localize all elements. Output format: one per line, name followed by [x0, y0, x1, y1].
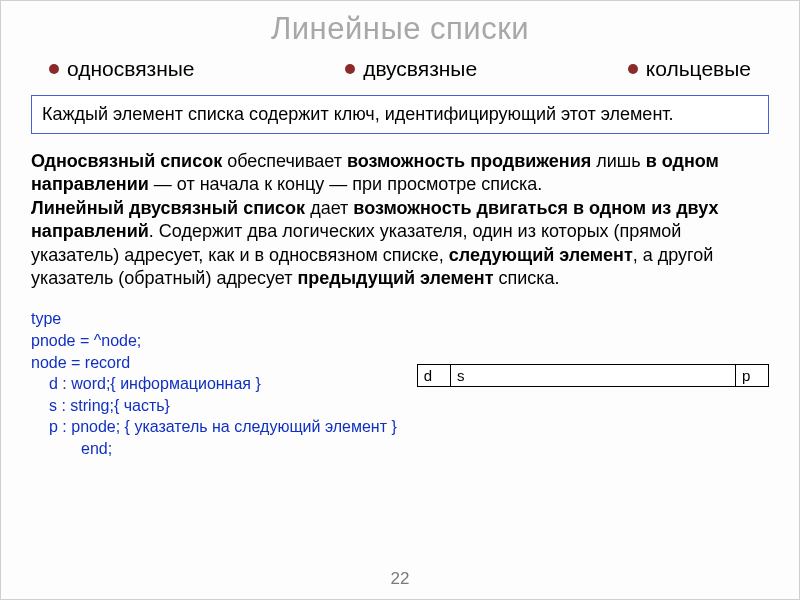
page-title: Линейные списки	[31, 11, 769, 47]
slide: Линейные списки односвязные двусвязные к…	[1, 1, 799, 470]
text: лишь	[591, 151, 645, 171]
code-line: node = record	[31, 352, 397, 374]
term-singly: Односвязный список	[31, 151, 222, 171]
bullet-icon	[49, 64, 59, 74]
text: обеспечивает	[222, 151, 347, 171]
code-line: type	[31, 308, 397, 330]
code-line: end;	[31, 438, 397, 460]
bullet-label: кольцевые	[646, 57, 751, 81]
bullet-icon	[628, 64, 638, 74]
description-text: Односвязный список обеспечивает возможно…	[31, 150, 769, 290]
page-number: 22	[391, 569, 410, 589]
node-struct-table: d s p	[417, 364, 769, 387]
bullet-label: двусвязные	[363, 57, 477, 81]
code-line: pnode = ^node;	[31, 330, 397, 352]
bullet-item-doubly: двусвязные	[345, 57, 477, 81]
code-line: p : pnode; { указатель на следующий элем…	[31, 416, 397, 438]
term: предыдущий элемент	[297, 268, 493, 288]
code-line: d : word;{ информационная }	[31, 373, 397, 395]
cell-p: p	[735, 365, 768, 387]
bullet-icon	[345, 64, 355, 74]
term-doubly: Линейный двусвязный список	[31, 198, 305, 218]
code-line: s : string;{ часть}	[31, 395, 397, 417]
code-block: type pnode = ^node; node = record d : wo…	[31, 308, 397, 459]
text: дает	[305, 198, 353, 218]
text: списка.	[494, 268, 560, 288]
table-row: d s p	[417, 365, 768, 387]
bottom-row: type pnode = ^node; node = record d : wo…	[31, 308, 769, 459]
bullet-row: односвязные двусвязные кольцевые	[31, 57, 769, 81]
term: возможность продвижения	[347, 151, 591, 171]
cell-d: d	[417, 365, 450, 387]
bullet-item-singly: односвязные	[49, 57, 195, 81]
text: — от начала к концу — при просмотре спис…	[149, 174, 542, 194]
bullet-item-circular: кольцевые	[628, 57, 751, 81]
cell-s: s	[450, 365, 735, 387]
term: следующий элемент	[449, 245, 633, 265]
key-definition-box: Каждый элемент списка содержит ключ, иде…	[31, 95, 769, 134]
bullet-label: односвязные	[67, 57, 195, 81]
